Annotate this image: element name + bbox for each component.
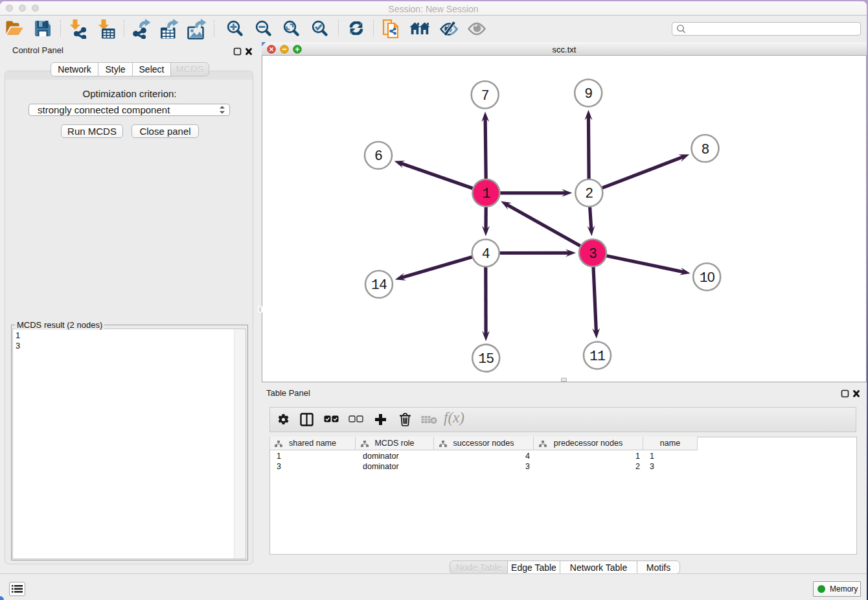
svg-text:4: 4 — [482, 246, 490, 262]
svg-text:15: 15 — [478, 351, 494, 367]
svg-text:2: 2 — [585, 186, 593, 202]
svg-text:9: 9 — [584, 86, 592, 102]
svg-text:10: 10 — [700, 270, 715, 286]
svg-text:1: 1 — [482, 186, 490, 202]
svg-text:3: 3 — [589, 246, 597, 262]
svg-text:11: 11 — [589, 349, 605, 364]
svg-text:14: 14 — [371, 277, 387, 293]
svg-text:6: 6 — [374, 148, 382, 164]
svg-text:8: 8 — [702, 142, 709, 157]
svg-text:7: 7 — [481, 88, 489, 104]
